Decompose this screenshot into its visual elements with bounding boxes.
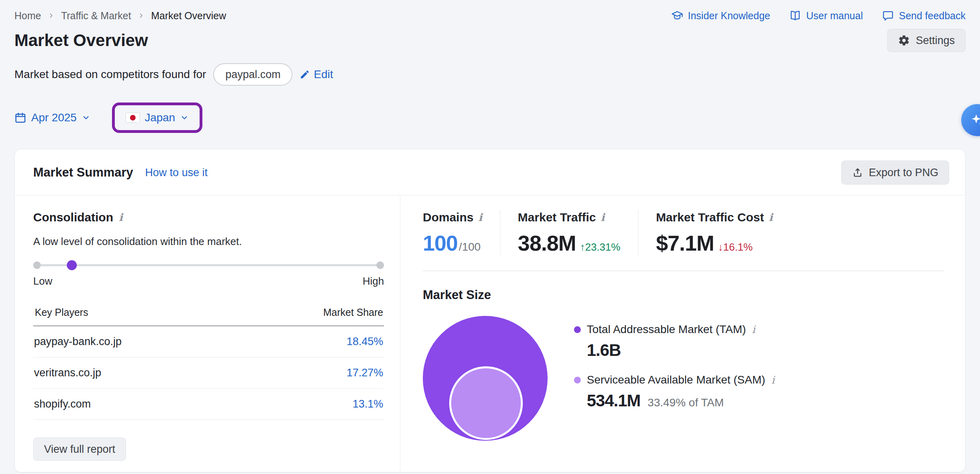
export-png-button[interactable]: Export to PNG xyxy=(841,161,949,185)
country-label: Japan xyxy=(145,111,175,124)
export-icon xyxy=(852,167,863,178)
player-share[interactable]: 18.45% xyxy=(346,335,383,348)
card-header: Market Summary How to use it Export to P… xyxy=(15,149,965,195)
stat-domains: Domains 100 /100 xyxy=(423,211,500,255)
stats-row: Domains 100 /100 Market Traffic xyxy=(423,211,944,255)
gear-icon xyxy=(898,34,910,46)
date-label: Apr 2025 xyxy=(31,111,77,124)
stat-market-traffic: Market Traffic 38.8M ↑23.31% xyxy=(500,211,638,255)
info-icon[interactable] xyxy=(478,212,482,223)
slider-high-label: High xyxy=(363,275,384,287)
sam-bubble[interactable] xyxy=(449,366,523,440)
subtitle-text: Market based on competitors found for xyxy=(14,68,206,81)
send-feedback-label: Send feedback xyxy=(899,10,966,22)
sam-value: 534.1M xyxy=(587,391,640,410)
key-players-table: Key Players Market Share paypay-bank.co.… xyxy=(33,307,384,420)
date-dropdown[interactable]: Apr 2025 xyxy=(14,111,90,124)
market-traffic-cost-label: Market Traffic Cost xyxy=(656,211,764,224)
stats-divider xyxy=(423,271,944,271)
view-full-report-button[interactable]: View full report xyxy=(33,438,126,461)
info-icon[interactable] xyxy=(771,375,774,385)
consolidation-section: Consolidation A low level of consolidati… xyxy=(15,195,400,472)
table-row[interactable]: paypay-bank.co.jp 18.45% xyxy=(33,326,384,358)
edit-label: Edit xyxy=(314,68,333,81)
sam-percent-of-tam: 33.49% of TAM xyxy=(648,396,724,409)
graduation-cap-icon xyxy=(671,10,683,22)
consolidation-title: Consolidation xyxy=(33,211,113,224)
domains-label: Domains xyxy=(423,211,474,224)
slider-thumb xyxy=(67,260,77,270)
settings-button[interactable]: Settings xyxy=(887,29,966,52)
player-domain[interactable]: shopify.com xyxy=(34,398,91,410)
player-share[interactable]: 17.27% xyxy=(346,367,383,379)
consolidation-description: A low level of consolidation within the … xyxy=(33,235,384,248)
chevron-right-icon xyxy=(138,12,145,19)
user-manual-link[interactable]: User manual xyxy=(789,10,863,22)
country-dropdown-annotated: Japan xyxy=(126,111,189,124)
player-domain[interactable]: veritrans.co.jp xyxy=(34,367,101,379)
market-summary-card: Market Summary How to use it Export to P… xyxy=(14,149,966,472)
player-share[interactable]: 13.1% xyxy=(352,398,383,410)
chevron-down-icon xyxy=(180,113,189,122)
tam-legend-row: Total Addressable Market (TAM) xyxy=(574,323,774,336)
stat-market-traffic-cost: Market Traffic Cost $7.1M ↓16.1% xyxy=(638,211,790,255)
view-full-report-label: View full report xyxy=(44,443,115,456)
market-share-col-header: Market Share xyxy=(323,307,383,318)
market-traffic-cost-value: $7.1M xyxy=(656,231,714,255)
how-to-use-link[interactable]: How to use it xyxy=(145,167,208,179)
tam-label: Total Addressable Market (TAM) xyxy=(587,323,746,336)
insider-knowledge-link[interactable]: Insider Knowledge xyxy=(671,10,770,22)
book-icon xyxy=(789,10,801,22)
info-icon[interactable] xyxy=(601,212,605,223)
chevron-down-icon xyxy=(82,113,90,122)
send-feedback-link[interactable]: Send feedback xyxy=(882,10,966,22)
market-size-title: Market Size xyxy=(423,288,944,302)
settings-label: Settings xyxy=(916,34,955,47)
edit-competitors-link[interactable]: Edit xyxy=(300,68,333,81)
market-traffic-cost-delta: ↓16.1% xyxy=(718,241,753,253)
info-icon[interactable] xyxy=(752,324,755,335)
market-traffic-label: Market Traffic xyxy=(518,211,596,224)
domains-suffix: /100 xyxy=(459,241,481,253)
sam-legend-row: Serviceable Available Market (SAM) xyxy=(574,374,774,386)
table-row[interactable]: veritrans.co.jp 17.27% xyxy=(33,358,384,389)
japan-flag-icon xyxy=(126,112,140,123)
market-traffic-delta: ↑23.31% xyxy=(580,241,620,253)
player-domain[interactable]: paypay-bank.co.jp xyxy=(34,335,122,348)
pencil-icon xyxy=(300,69,310,80)
key-players-col-header: Key Players xyxy=(35,307,88,318)
key-players-header: Key Players Market Share xyxy=(33,307,384,326)
insider-knowledge-label: Insider Knowledge xyxy=(688,10,770,22)
market-size-bubble-chart[interactable] xyxy=(423,316,549,442)
market-size-legend: Total Addressable Market (TAM) 1.6B Serv… xyxy=(574,316,774,442)
slider-labels: Low High xyxy=(33,275,384,287)
tam-dot-icon xyxy=(574,326,581,333)
chevron-right-icon xyxy=(48,12,55,19)
sam-label: Serviceable Available Market (SAM) xyxy=(587,374,765,386)
consolidation-title-row: Consolidation xyxy=(33,211,384,224)
breadcrumb-home[interactable]: Home xyxy=(14,10,41,22)
breadcrumb-traffic-market[interactable]: Traffic & Market xyxy=(61,10,131,22)
user-manual-label: User manual xyxy=(806,10,863,22)
slider-low-label: Low xyxy=(33,275,52,287)
info-icon[interactable] xyxy=(119,212,123,223)
country-dropdown[interactable]: Japan xyxy=(126,111,189,124)
market-stats-section: Domains 100 /100 Market Traffic xyxy=(400,195,965,472)
slider-track xyxy=(35,264,382,266)
domains-value: 100 xyxy=(423,231,458,255)
card-body: Consolidation A low level of consolidati… xyxy=(15,195,965,472)
breadcrumb-current: Market Overview xyxy=(151,10,226,22)
breadcrumb: Home Traffic & Market Market Overview xyxy=(14,10,226,22)
export-label: Export to PNG xyxy=(869,167,938,179)
info-icon[interactable] xyxy=(769,212,773,223)
market-traffic-value: 38.8M xyxy=(518,231,576,255)
subtitle-row: Market based on competitors found for pa… xyxy=(14,63,966,86)
slider-endpoint-low xyxy=(33,261,41,269)
topbar: Home Traffic & Market Market Overview In… xyxy=(14,6,966,25)
chat-bubble-icon xyxy=(882,10,894,22)
consolidation-slider[interactable] xyxy=(33,260,384,270)
table-row[interactable]: shopify.com 13.1% xyxy=(33,389,384,420)
market-size-body: Total Addressable Market (TAM) 1.6B Serv… xyxy=(423,316,944,442)
slider-endpoint-high xyxy=(376,261,384,269)
title-row: Market Overview Settings xyxy=(14,29,966,52)
